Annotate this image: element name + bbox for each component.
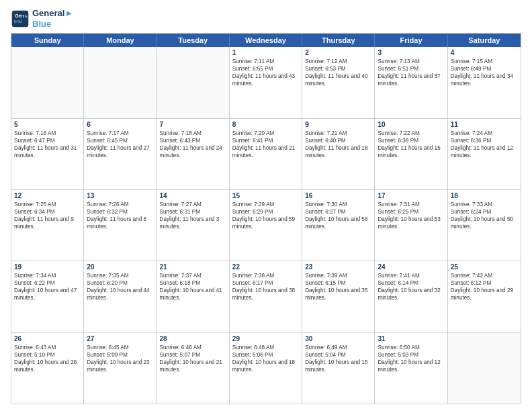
sunrise: Sunrise: 6:48 AM xyxy=(232,344,299,351)
day-number: 16 xyxy=(305,192,371,199)
day-number: 20 xyxy=(87,263,153,271)
sunset: Sunset: 6:55 PM xyxy=(232,65,299,73)
calendar-cell xyxy=(84,47,157,118)
day-number: 13 xyxy=(87,192,153,199)
calendar-row: 5Sunrise: 7:16 AMSunset: 6:47 PMDaylight… xyxy=(11,118,521,189)
day-number: 14 xyxy=(160,192,226,199)
sunset: Sunset: 5:10 PM xyxy=(14,351,81,359)
day-number: 15 xyxy=(232,192,299,199)
day-number: 2 xyxy=(305,49,371,56)
sunrise: Sunrise: 6:49 AM xyxy=(305,344,371,351)
day-number: 11 xyxy=(451,121,518,128)
sunset: Sunset: 6:43 PM xyxy=(160,137,226,144)
logo: Gen eral General► Blue xyxy=(11,8,73,29)
calendar-cell: 7Sunrise: 7:18 AMSunset: 6:43 PMDaylight… xyxy=(157,119,230,189)
daylight: Daylight: 11 hours and 15 minutes. xyxy=(378,144,444,159)
sunset: Sunset: 6:41 PM xyxy=(232,137,299,144)
sunrise: Sunrise: 7:26 AM xyxy=(87,201,153,208)
calendar: SundayMondayTuesdayWednesdayThursdayFrid… xyxy=(11,33,521,404)
sunset: Sunset: 6:45 PM xyxy=(87,137,153,144)
sunset: Sunset: 6:34 PM xyxy=(14,208,81,216)
sunset: Sunset: 6:22 PM xyxy=(14,279,81,287)
calendar-cell: 3Sunrise: 7:13 AMSunset: 6:51 PMDaylight… xyxy=(375,47,447,118)
sunrise: Sunrise: 7:15 AM xyxy=(451,58,518,65)
daylight: Daylight: 11 hours and 6 minutes. xyxy=(87,216,153,230)
daylight: Daylight: 11 hours and 27 minutes. xyxy=(87,144,153,159)
day-number: 4 xyxy=(451,49,518,56)
calendar-row: 1Sunrise: 7:11 AMSunset: 6:55 PMDaylight… xyxy=(11,47,521,118)
day-number: 26 xyxy=(14,335,81,342)
calendar-cell: 14Sunrise: 7:27 AMSunset: 6:31 PMDayligh… xyxy=(157,190,230,261)
calendar-header: SundayMondayTuesdayWednesdayThursdayFrid… xyxy=(11,34,521,47)
day-number: 8 xyxy=(232,121,299,128)
sunset: Sunset: 6:36 PM xyxy=(451,137,518,144)
day-number: 23 xyxy=(305,263,371,271)
daylight: Daylight: 10 hours and 32 minutes. xyxy=(378,287,444,302)
daylight: Daylight: 10 hours and 29 minutes. xyxy=(451,287,518,302)
sunrise: Sunrise: 7:29 AM xyxy=(232,201,299,208)
calendar-cell: 31Sunrise: 6:50 AMSunset: 5:03 PMDayligh… xyxy=(375,333,447,404)
daylight: Daylight: 11 hours and 9 minutes. xyxy=(14,216,81,230)
calendar-cell: 16Sunrise: 7:30 AMSunset: 6:27 PMDayligh… xyxy=(302,190,375,261)
sunrise: Sunrise: 7:33 AM xyxy=(451,201,518,208)
daylight: Daylight: 10 hours and 26 minutes. xyxy=(14,359,81,373)
sunrise: Sunrise: 6:45 AM xyxy=(87,344,153,351)
sunset: Sunset: 6:25 PM xyxy=(378,208,444,216)
header-day: Thursday xyxy=(302,34,375,47)
daylight: Daylight: 10 hours and 18 minutes. xyxy=(232,359,299,373)
sunrise: Sunrise: 7:31 AM xyxy=(378,201,444,208)
calendar-cell: 4Sunrise: 7:15 AMSunset: 6:49 PMDaylight… xyxy=(448,47,521,118)
sunset: Sunset: 6:14 PM xyxy=(378,279,444,287)
sunrise: Sunrise: 7:27 AM xyxy=(160,201,226,208)
sunset: Sunset: 6:47 PM xyxy=(14,137,81,144)
day-number: 10 xyxy=(378,121,444,128)
logo-text: General► Blue xyxy=(32,8,73,29)
calendar-cell: 8Sunrise: 7:20 AMSunset: 6:41 PMDaylight… xyxy=(230,119,302,189)
daylight: Daylight: 10 hours and 38 minutes. xyxy=(232,287,299,302)
daylight: Daylight: 11 hours and 3 minutes. xyxy=(160,216,226,230)
calendar-row: 26Sunrise: 6:43 AMSunset: 5:10 PMDayligh… xyxy=(11,332,521,404)
sunset: Sunset: 6:32 PM xyxy=(87,208,153,216)
calendar-cell: 22Sunrise: 7:38 AMSunset: 6:17 PMDayligh… xyxy=(230,261,302,332)
daylight: Daylight: 10 hours and 53 minutes. xyxy=(378,216,444,230)
calendar-cell: 30Sunrise: 6:49 AMSunset: 5:04 PMDayligh… xyxy=(302,333,375,404)
sunrise: Sunrise: 7:16 AM xyxy=(14,130,81,137)
daylight: Daylight: 11 hours and 40 minutes. xyxy=(305,73,371,87)
header-day: Monday xyxy=(84,34,157,47)
sunset: Sunset: 6:38 PM xyxy=(378,137,444,144)
calendar-cell xyxy=(448,333,521,404)
sunrise: Sunrise: 7:22 AM xyxy=(378,130,444,137)
daylight: Daylight: 10 hours and 59 minutes. xyxy=(232,216,299,230)
day-number: 18 xyxy=(451,192,518,199)
header-day: Saturday xyxy=(448,34,521,47)
sunrise: Sunrise: 7:17 AM xyxy=(87,130,153,137)
day-number: 12 xyxy=(14,192,81,199)
calendar-cell: 6Sunrise: 7:17 AMSunset: 6:45 PMDaylight… xyxy=(84,119,157,189)
daylight: Daylight: 10 hours and 12 minutes. xyxy=(378,359,444,373)
sunrise: Sunrise: 7:20 AM xyxy=(232,130,299,137)
daylight: Daylight: 10 hours and 47 minutes. xyxy=(14,287,81,302)
calendar-row: 12Sunrise: 7:25 AMSunset: 6:34 PMDayligh… xyxy=(11,189,521,261)
sunset: Sunset: 6:15 PM xyxy=(305,279,371,287)
day-number: 19 xyxy=(14,263,81,271)
sunset: Sunset: 6:31 PM xyxy=(160,208,226,216)
sunrise: Sunrise: 7:12 AM xyxy=(305,58,371,65)
sunrise: Sunrise: 7:39 AM xyxy=(305,272,371,279)
daylight: Daylight: 10 hours and 50 minutes. xyxy=(451,216,518,230)
calendar-cell: 21Sunrise: 7:37 AMSunset: 6:18 PMDayligh… xyxy=(157,261,230,332)
day-number: 24 xyxy=(378,263,444,271)
day-number: 30 xyxy=(305,335,371,342)
sunset: Sunset: 6:53 PM xyxy=(305,65,371,73)
daylight: Daylight: 10 hours and 44 minutes. xyxy=(87,287,153,302)
sunrise: Sunrise: 7:30 AM xyxy=(305,201,371,208)
sunset: Sunset: 6:29 PM xyxy=(232,208,299,216)
calendar-cell: 27Sunrise: 6:45 AMSunset: 5:09 PMDayligh… xyxy=(84,333,157,404)
calendar-cell: 25Sunrise: 7:42 AMSunset: 6:12 PMDayligh… xyxy=(448,261,521,332)
sunrise: Sunrise: 7:18 AM xyxy=(160,130,226,137)
calendar-cell: 13Sunrise: 7:26 AMSunset: 6:32 PMDayligh… xyxy=(84,190,157,261)
daylight: Daylight: 11 hours and 24 minutes. xyxy=(160,144,226,159)
calendar-row: 19Sunrise: 7:34 AMSunset: 6:22 PMDayligh… xyxy=(11,261,521,332)
sunset: Sunset: 6:17 PM xyxy=(232,279,299,287)
daylight: Daylight: 10 hours and 21 minutes. xyxy=(160,359,226,373)
sunset: Sunset: 5:04 PM xyxy=(305,351,371,359)
